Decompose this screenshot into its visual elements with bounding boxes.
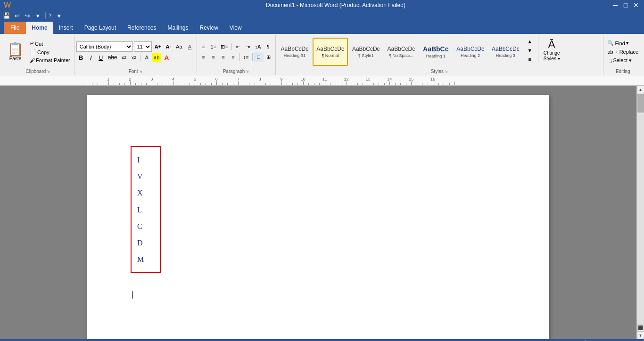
tab-file[interactable]: File bbox=[4, 22, 26, 34]
window-controls: ─ □ ✕ bbox=[611, 1, 640, 9]
style-heading31[interactable]: AaBbCcDc Heading 31 bbox=[278, 38, 312, 66]
styles-gallery: AaBbCcDc Heading 31 AaBbCcDc ¶ Normal Aa… bbox=[278, 36, 523, 68]
change-styles-label: ChangeStyles ▾ bbox=[544, 50, 560, 62]
style-no-spacing[interactable]: AaBbCcDc ¶ No Spaci... bbox=[384, 38, 419, 66]
replace-button[interactable]: ab→ Replace bbox=[605, 48, 640, 56]
tab-references[interactable]: References bbox=[122, 22, 162, 34]
scroll-up-button[interactable]: ▲ bbox=[637, 86, 644, 93]
letter-I: I bbox=[137, 152, 154, 168]
document-scroll-area[interactable]: I V X L C D M bbox=[0, 86, 636, 339]
font-color-button[interactable]: A bbox=[162, 53, 171, 62]
side-scrollbar: ▲ ⬛ ▼ bbox=[636, 86, 644, 339]
styles-scroll-up-button[interactable]: ▲ bbox=[525, 37, 535, 46]
multilevel-button[interactable]: ⊞≡ bbox=[219, 42, 230, 51]
maximize-button[interactable]: □ bbox=[621, 1, 630, 9]
minimize-button[interactable]: ─ bbox=[611, 1, 619, 9]
style-heading1[interactable]: AaBbCc Heading 1 bbox=[419, 38, 452, 66]
style-heading2[interactable]: AaBbCcDc Heading 2 bbox=[453, 38, 487, 66]
italic-button[interactable]: I bbox=[86, 53, 96, 62]
borders-button[interactable]: ⊞ bbox=[264, 52, 273, 62]
format-painter-button[interactable]: 🖌 Format Painter bbox=[28, 57, 72, 64]
change-styles-button[interactable]: Ā ChangeStyles ▾ bbox=[540, 36, 563, 64]
paragraph-row-2: ≡ ≡ ≡ ≡ ↕≡ □ ⊞ bbox=[199, 52, 273, 62]
select-button[interactable]: ⬚ Select ▾ bbox=[605, 57, 640, 65]
styles-scroll-down-button[interactable]: ▼ bbox=[525, 46, 535, 55]
bullets-button[interactable]: ≡ bbox=[199, 42, 208, 51]
style-no-spacing-label: ¶ No Spaci... bbox=[389, 53, 413, 58]
align-left-button[interactable]: ≡ bbox=[199, 52, 208, 62]
ribbon-minimize-button[interactable]: ▾ bbox=[54, 11, 64, 20]
para-divider-1 bbox=[231, 43, 232, 50]
shrink-font-button[interactable]: A- bbox=[164, 42, 173, 51]
font-group: Calibri (Body) 11 A+ A- Aa A B I U abc x… bbox=[74, 35, 197, 75]
font-name-select[interactable]: Calibri (Body) bbox=[76, 41, 133, 52]
paragraph-group-content: ≡ 1≡ ⊞≡ ⇤ ⇥ ↕A ¶ ≡ ≡ ≡ ≡ ↕≡ □ bbox=[199, 36, 273, 68]
font-group-content: Calibri (Body) 11 A+ A- Aa A B I U abc x… bbox=[76, 36, 195, 68]
text-box[interactable]: I V X L C D M bbox=[131, 146, 161, 273]
font-expand-icon[interactable]: ↘ bbox=[139, 69, 142, 73]
shading-button[interactable]: □ bbox=[254, 52, 264, 62]
styles-expand-icon[interactable]: ↘ bbox=[445, 69, 448, 73]
superscript-button[interactable]: x2 bbox=[129, 53, 139, 62]
tab-page-layout[interactable]: Page Layout bbox=[79, 22, 122, 34]
clear-format-button[interactable]: A bbox=[185, 42, 195, 51]
undo-quick-button[interactable]: ↩ bbox=[12, 11, 22, 20]
format-painter-label: Format Painter bbox=[36, 57, 70, 63]
decrease-indent-button[interactable]: ⇤ bbox=[233, 42, 243, 51]
justify-button[interactable]: ≡ bbox=[229, 52, 238, 62]
tab-review[interactable]: Review bbox=[194, 22, 223, 34]
style-style1-text: AaBbCcDc bbox=[352, 46, 380, 52]
clipboard-label: Clipboard ↘ bbox=[4, 68, 72, 74]
styles-more-button[interactable]: ≡ bbox=[525, 55, 535, 64]
change-case-button[interactable]: Aa bbox=[174, 42, 184, 51]
redo-quick-button[interactable]: ↪ bbox=[23, 11, 32, 20]
paragraph-row-1: ≡ 1≡ ⊞≡ ⇤ ⇥ ↕A ¶ bbox=[199, 42, 273, 51]
font-controls: Calibri (Body) 11 A+ A- Aa A B I U abc x… bbox=[76, 41, 195, 62]
style-heading3[interactable]: AaBbCcDc Heading 3 bbox=[488, 38, 523, 66]
paste-button[interactable]: 📋 Paste bbox=[4, 41, 27, 63]
style-normal[interactable]: AaBbCcDc ¶ Normal bbox=[313, 38, 348, 66]
scroll-split-top[interactable]: ⬛ bbox=[637, 324, 644, 332]
tab-mailings[interactable]: Mailings bbox=[162, 22, 194, 34]
main-area: I V X L C D M ▲ ⬛ ▼ bbox=[0, 86, 644, 339]
numbering-button[interactable]: 1≡ bbox=[209, 42, 219, 51]
quick-access-dropdown-button[interactable]: ▾ bbox=[33, 11, 42, 20]
subscript-button[interactable]: x2 bbox=[119, 53, 129, 62]
clipboard-expand-icon[interactable]: ↘ bbox=[47, 69, 50, 73]
sort-button[interactable]: ↕A bbox=[253, 42, 263, 51]
increase-indent-button[interactable]: ⇥ bbox=[243, 42, 253, 51]
line-spacing-button[interactable]: ↕≡ bbox=[241, 52, 251, 62]
style-heading3-label: Heading 3 bbox=[496, 53, 515, 58]
style-no-spacing-text: AaBbCcDc bbox=[388, 46, 415, 52]
styles-divider bbox=[538, 36, 538, 65]
highlight-color-button[interactable]: ab bbox=[152, 53, 161, 62]
scroll-down-button[interactable]: ▼ bbox=[637, 332, 644, 339]
styles-scroll-buttons: ▲ ▼ ≡ bbox=[524, 36, 536, 65]
tab-view[interactable]: View bbox=[224, 22, 248, 34]
style-heading1-label: Heading 1 bbox=[426, 54, 446, 58]
strikethrough-button[interactable]: abc bbox=[106, 53, 119, 62]
align-center-button[interactable]: ≡ bbox=[209, 52, 218, 62]
style-style1[interactable]: AaBbCcDc ¶ Style1 bbox=[349, 38, 383, 66]
cut-icon: ✂ bbox=[30, 41, 34, 47]
cut-button[interactable]: ✂ Cut bbox=[28, 40, 72, 48]
show-marks-button[interactable]: ¶ bbox=[263, 42, 272, 51]
underline-button[interactable]: U bbox=[96, 53, 106, 62]
scroll-thumb[interactable] bbox=[637, 94, 644, 113]
cursor-blink bbox=[132, 291, 133, 299]
para-divider-3 bbox=[252, 53, 253, 61]
paragraph-expand-icon[interactable]: ↘ bbox=[246, 69, 249, 73]
tab-insert[interactable]: Insert bbox=[53, 22, 79, 34]
save-quick-button[interactable]: 💾 bbox=[2, 11, 11, 20]
find-button[interactable]: 🔍 Find ▾ bbox=[605, 39, 640, 47]
grow-font-button[interactable]: A+ bbox=[153, 42, 163, 51]
text-effects-button[interactable]: A bbox=[142, 53, 151, 62]
tab-home[interactable]: Home bbox=[26, 22, 53, 34]
copy-button[interactable]: 📄 Copy bbox=[28, 48, 72, 56]
close-button[interactable]: ✕ bbox=[632, 1, 640, 9]
align-right-button[interactable]: ≡ bbox=[219, 52, 228, 62]
font-size-select[interactable]: 11 bbox=[134, 41, 152, 52]
replace-icon: ab→ bbox=[607, 49, 618, 55]
bold-button[interactable]: B bbox=[76, 53, 86, 62]
styles-group-content: AaBbCcDc Heading 31 AaBbCcDc ¶ Normal Aa… bbox=[278, 36, 602, 68]
